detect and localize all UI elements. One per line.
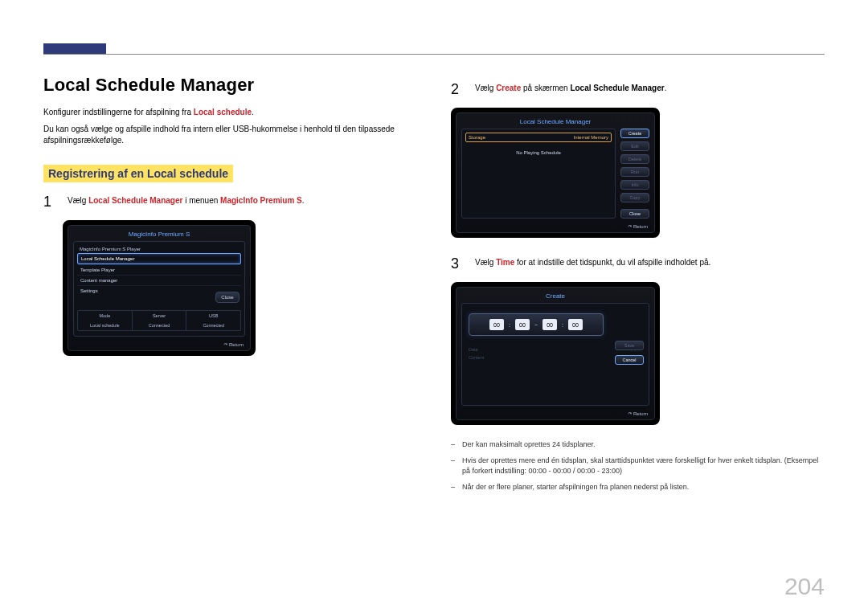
- step3-post: for at indstille det tidspunkt, du vil a…: [514, 258, 710, 267]
- screenshot-create: Create 00 : 00 ~ 00 : 00 Date --/--/---: [451, 282, 660, 425]
- return-icon: ↶: [223, 341, 228, 347]
- shot2-internal-memory: Internal Memory: [574, 135, 608, 140]
- shot3-time-h1[interactable]: 00: [489, 319, 504, 330]
- chapter-marker: [43, 43, 106, 54]
- shot3-title: Create: [461, 292, 649, 300]
- screenshot-lsm: Local Schedule Manager Storage Internal …: [451, 108, 660, 238]
- page-content: Local Schedule Manager Konfigurer indsti…: [43, 75, 825, 497]
- shot1-return[interactable]: ↶Return: [73, 341, 245, 347]
- shot3-time-popup[interactable]: 00 : 00 ~ 00 : 00: [469, 313, 604, 336]
- colon-icon: :: [562, 322, 563, 328]
- note-2: Hvis der oprettes mere end én tidsplan, …: [451, 456, 825, 477]
- shot1-status-header: Mode Server USB: [77, 310, 241, 321]
- page-title: Local Schedule Manager: [43, 75, 417, 96]
- colon-icon: :: [509, 322, 510, 328]
- shot3-cancel-button[interactable]: Cancel: [615, 355, 644, 365]
- shot1-close-button[interactable]: Close: [215, 292, 240, 303]
- shot2-create-button[interactable]: Create: [620, 129, 649, 138]
- intro-line-1: Konfigurer indstillingerne for afspilnin…: [43, 107, 417, 119]
- step1-hl2: MagicInfo Premium S: [220, 196, 302, 205]
- step-1-text: Vælg Local Schedule Manager i menuen Mag…: [68, 192, 305, 212]
- shot1-item-template[interactable]: Template Player: [77, 264, 241, 275]
- right-column: 2 Vælg Create på skærmen Local Schedule …: [451, 75, 825, 497]
- screenshot-magicinfo-menu: MagicInfo Premium S MagicInfo Premium S …: [63, 220, 256, 356]
- intro-post: .: [252, 108, 254, 116]
- step-2-text: Vælg Create på skærmen Local Schedule Ma…: [475, 80, 666, 100]
- step-3-text: Vælg Time for at indstille det tidspunkt…: [475, 254, 710, 274]
- shot3-time-m2[interactable]: 00: [568, 319, 583, 330]
- page-number: 204: [784, 573, 825, 600]
- shot1-col-mode: Mode: [78, 311, 132, 321]
- notes-list: Der kan maksimalt oprettes 24 tidsplaner…: [451, 439, 825, 492]
- step1-post: .: [302, 196, 305, 205]
- shot2-storage-row[interactable]: Storage Internal Memory: [465, 133, 612, 142]
- tilde-icon: ~: [534, 322, 538, 328]
- step-1-number: 1: [43, 192, 55, 212]
- step-2: 2 Vælg Create på skærmen Local Schedule …: [451, 80, 825, 100]
- shot2-main-pane: Storage Internal Memory No Playing Sched…: [461, 129, 616, 219]
- shot2-run-button[interactable]: Run: [620, 167, 649, 177]
- step3-hl1: Time: [496, 258, 514, 267]
- shot1-status-values: Local schedule Connected Connected: [77, 321, 241, 331]
- step1-mid: i menuen: [182, 196, 220, 205]
- shot2-edit-button[interactable]: Edit: [620, 141, 649, 151]
- shot2-return[interactable]: ↶Return: [461, 223, 649, 229]
- shot1-val-usb: Connected: [186, 321, 240, 330]
- shot1-player-head: MagicInfo Premium S Player: [77, 245, 241, 253]
- step2-hl1: Create: [496, 84, 521, 92]
- intro-pre: Konfigurer indstillingerne for afspilnin…: [43, 108, 194, 116]
- shot3-time-h2[interactable]: 00: [542, 319, 557, 330]
- shot1-title: MagicInfo Premium S: [73, 231, 245, 238]
- shot1-col-usb: USB: [186, 311, 240, 321]
- shot2-sidebar: Create Edit Delete Run Info Copy Close: [620, 129, 649, 219]
- section-subhead: Registrering af en Local schedule: [43, 165, 233, 182]
- shot2-copy-button[interactable]: Copy: [620, 193, 649, 202]
- step2-mid: på skærmen: [521, 84, 570, 92]
- shot2-delete-button[interactable]: Delete: [620, 154, 649, 164]
- step2-hl2: Local Schedule Manager: [570, 84, 664, 92]
- step-3-number: 3: [451, 254, 462, 274]
- intro-line-2: Du kan også vælge og afspille indhold fr…: [43, 124, 417, 147]
- shot1-return-label: Return: [229, 342, 244, 347]
- shot2-no-playing: No Playing Schedule: [465, 150, 612, 155]
- return-icon: ↶: [627, 223, 633, 230]
- shot3-time-m1[interactable]: 00: [515, 319, 530, 330]
- shot1-col-server: Server: [132, 311, 186, 321]
- step3-pre: Vælg: [475, 258, 496, 267]
- shot1-val-mode: Local schedule: [78, 321, 132, 330]
- note-1: Der kan maksimalt oprettes 24 tidsplaner…: [451, 439, 825, 451]
- shot1-item-content[interactable]: Content manager: [77, 275, 241, 285]
- shot2-info-button[interactable]: Info: [620, 180, 649, 190]
- shot3-save-button[interactable]: Save: [615, 341, 644, 350]
- shot3-return[interactable]: ↶Return: [461, 411, 649, 416]
- step2-pre: Vælg: [475, 84, 496, 92]
- shot3-content-label: Content: [469, 355, 484, 360]
- shot1-menu: MagicInfo Premium S Player Local Schedul…: [73, 241, 245, 337]
- step1-hl1: Local Schedule Manager: [88, 196, 182, 205]
- shot2-title: Local Schedule Manager: [461, 118, 649, 125]
- shot3-return-label: Return: [633, 411, 648, 416]
- shot2-storage-label: Storage: [469, 135, 485, 140]
- step-3: 3 Vælg Time for at indstille det tidspun…: [451, 254, 825, 274]
- shot3-date-label: Date: [469, 347, 478, 352]
- shot3-body: 00 : 00 ~ 00 : 00 Date --/--/---- Con: [461, 303, 649, 406]
- step-2-number: 2: [451, 80, 462, 100]
- shot2-close-button[interactable]: Close: [620, 209, 649, 219]
- step2-post: .: [665, 84, 667, 92]
- left-column: Local Schedule Manager Konfigurer indsti…: [43, 75, 417, 497]
- shot3-sidebar: Save Cancel: [615, 341, 644, 365]
- note-3: Når der er flere planer, starter afspiln…: [451, 482, 825, 493]
- step-1: 1 Vælg Local Schedule Manager i menuen M…: [43, 192, 417, 212]
- return-icon: ↶: [627, 411, 633, 417]
- shot2-return-label: Return: [633, 224, 648, 229]
- shot1-val-server: Connected: [132, 321, 186, 330]
- top-rule: [43, 54, 825, 55]
- step1-pre: Vælg: [68, 196, 88, 205]
- intro-highlight: Local schedule: [194, 108, 252, 116]
- shot1-item-lsm[interactable]: Local Schedule Manager: [77, 253, 241, 264]
